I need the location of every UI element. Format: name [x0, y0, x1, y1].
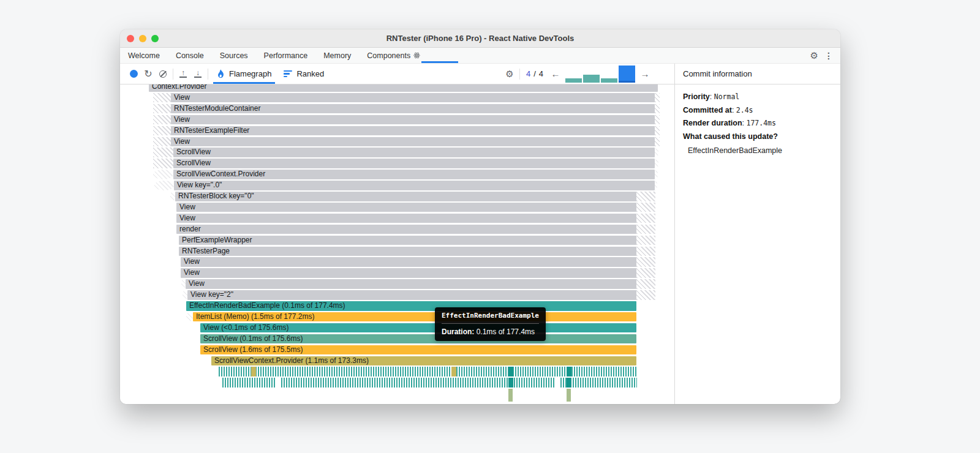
window-title: RNTester (iPhone 16 Pro) - React Native …: [120, 34, 840, 43]
flamegraph-node[interactable]: View: [181, 268, 636, 278]
self-time-hatch: [181, 279, 186, 289]
clear-profile-button[interactable]: [156, 67, 170, 81]
flamegraph-node[interactable]: RNTesterExampleFilter: [171, 126, 655, 136]
flamegraph-node[interactable]: View: [181, 257, 636, 267]
self-time-hatch: [154, 181, 174, 190]
commit-selector[interactable]: [565, 66, 635, 83]
flamegraph-node[interactable]: ScrollView: [173, 148, 655, 157]
self-time-hatch: [636, 192, 655, 201]
self-time-hatch: [153, 126, 171, 136]
record-button[interactable]: [126, 67, 141, 81]
self-time-hatch: [636, 290, 655, 300]
flamegraph-dense-row[interactable]: [219, 367, 637, 376]
reload-and-profile-button[interactable]: ↻: [141, 67, 156, 81]
self-time-hatch: [153, 170, 173, 179]
flamegraph-node[interactable]: [508, 378, 513, 387]
flamegraph-dense-row[interactable]: [222, 378, 637, 387]
flamegraph-node[interactable]: [567, 389, 571, 402]
commit-bar-2[interactable]: [583, 75, 600, 83]
flamegraph-node[interactable]: render: [176, 225, 636, 234]
self-time-hatch: [655, 148, 658, 157]
self-time-hatch: [655, 104, 660, 114]
flamegraph-node[interactable]: RNTesterPage: [179, 247, 636, 256]
titlebar: RNTester (iPhone 16 Pro) - React Native …: [120, 29, 840, 48]
flamegraph-node[interactable]: [275, 378, 280, 387]
flamegraph-node[interactable]: View: [171, 115, 655, 125]
flamegraph-node[interactable]: [451, 367, 456, 376]
tooltip-duration-label: Duration:: [442, 328, 474, 336]
render-duration-value: 177.4ms: [747, 119, 776, 127]
flamegraph-node[interactable]: ScrollViewContext.Provider (1.1ms of 173…: [211, 356, 636, 366]
priority-value: Normal: [714, 92, 740, 101]
flamegraph-node[interactable]: View: [176, 214, 636, 223]
flamegraph-view-tab[interactable]: Flamegraph: [211, 64, 277, 84]
flamegraph-node[interactable]: [508, 367, 513, 376]
committed-at-label: Committed at: [683, 106, 732, 114]
commit-info-header: Commit information: [674, 64, 840, 84]
flamegraph-node[interactable]: [508, 389, 513, 402]
tab-memory[interactable]: Memory: [315, 48, 359, 63]
flamegraph-node[interactable]: [567, 378, 571, 387]
flamegraph-node[interactable]: PerfExampleWrapper: [179, 236, 636, 245]
flamegraph-node[interactable]: View: [171, 137, 655, 147]
committed-at-value: 2.4s: [736, 106, 753, 114]
next-commit-button[interactable]: →: [639, 69, 651, 79]
self-time-hatch: [186, 312, 193, 322]
flamegraph-node[interactable]: View key=".0": [174, 181, 655, 190]
flamegraph-node[interactable]: [251, 367, 256, 376]
download-icon: ↓: [194, 70, 202, 78]
self-time-hatch: [655, 137, 660, 147]
tab-components[interactable]: Components: [359, 48, 428, 63]
traffic-lights: [127, 35, 159, 42]
flamegraph-node[interactable]: RNTesterBlock key="0": [175, 192, 636, 201]
tab-sources[interactable]: Sources: [212, 48, 256, 63]
flamegraph-node[interactable]: ItemList (Memo) (1.5ms of 177.2ms): [193, 312, 636, 322]
gear-icon: ⚙: [505, 69, 513, 78]
flamegraph-node[interactable]: View: [171, 93, 655, 103]
flamegraph-node[interactable]: RNTesterModuleContainer: [171, 104, 655, 114]
flamegraph-node[interactable]: [554, 378, 559, 387]
flamegraph-node[interactable]: View: [186, 279, 636, 289]
commit-bar-4[interactable]: [619, 66, 635, 83]
self-time-hatch: [636, 225, 655, 234]
profiler-tab-underline[interactable]: [421, 61, 458, 63]
load-profile-button[interactable]: ↑: [176, 67, 190, 81]
flamegraph-node[interactable]: View (<0.1ms of 175.6ms): [200, 323, 636, 333]
flamegraph-node[interactable]: Context.Provider: [149, 84, 658, 92]
previous-commit-button[interactable]: ←: [549, 69, 562, 79]
flamegraph-node[interactable]: View: [176, 203, 636, 212]
profiler-settings-button[interactable]: ⚙: [502, 67, 517, 81]
commit-bar-1[interactable]: [565, 78, 582, 83]
flamegraph-node[interactable]: ScrollView: [173, 159, 655, 168]
close-button[interactable]: [127, 35, 134, 42]
profiler-toolbar: ↻ ↑ ↓ Flamegraph Ranked ⚙: [120, 64, 674, 84]
flamegraph-node[interactable]: ScrollViewContext.Provider: [173, 170, 655, 179]
zoom-button[interactable]: [151, 35, 159, 42]
self-time-hatch: [153, 93, 171, 103]
settings-gear-icon[interactable]: ⚙: [810, 51, 818, 60]
self-time-hatch: [655, 181, 657, 190]
flamegraph-node[interactable]: ScrollView (1.6ms of 175.5ms): [200, 345, 636, 355]
toolbar-separator: [173, 69, 173, 80]
tab-console[interactable]: Console: [168, 48, 212, 63]
toolbar-separator: [519, 69, 520, 80]
tab-performance[interactable]: Performance: [256, 48, 316, 63]
self-time-hatch: [153, 115, 171, 125]
flamegraph-node[interactable]: View key="2": [187, 290, 636, 300]
update-cause-value[interactable]: EffectInRenderBadExample: [683, 146, 833, 155]
flamegraph-node[interactable]: EffectInRenderBadExample (0.1ms of 177.4…: [186, 301, 636, 311]
ranked-view-tab[interactable]: Ranked: [277, 64, 330, 84]
save-profile-button[interactable]: ↓: [190, 67, 205, 81]
tab-welcome[interactable]: Welcome: [120, 48, 168, 63]
flamegraph-node[interactable]: ScrollView (0.1ms of 175.6ms): [200, 334, 636, 344]
profiler-toolbar-row: ↻ ↑ ↓ Flamegraph Ranked ⚙: [120, 64, 840, 84]
self-time-hatch: [636, 214, 655, 223]
self-time-hatch: [636, 247, 655, 256]
self-time-hatch: [170, 192, 175, 201]
commit-current: 4: [526, 69, 530, 78]
minimize-button[interactable]: [139, 35, 146, 42]
flamegraph-canvas[interactable]: Context.ProviderViewRNTesterModuleContai…: [120, 84, 674, 404]
more-menu-icon[interactable]: ⋮: [824, 51, 833, 61]
flamegraph-node[interactable]: [567, 367, 571, 376]
commit-bar-3[interactable]: [601, 78, 617, 83]
